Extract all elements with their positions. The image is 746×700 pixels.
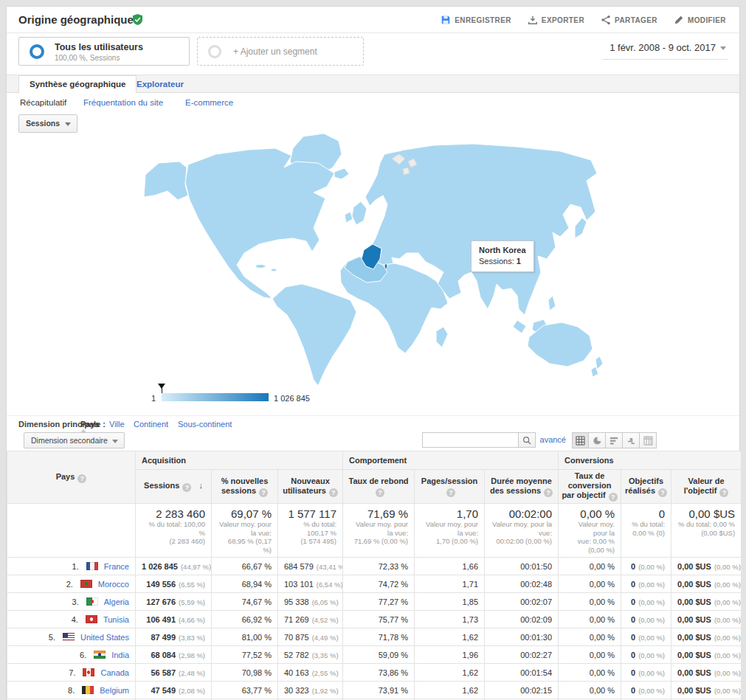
column-header[interactable]: Objectifs réalisés [621, 470, 671, 504]
summary-subtext: % du total: [627, 520, 665, 529]
column-header[interactable]: Nouveaux utilisateurs [278, 470, 343, 504]
search-button[interactable] [518, 432, 536, 448]
share-button[interactable]: PARTAGER [595, 12, 663, 28]
iceland-shape[interactable] [334, 168, 349, 179]
metric-cell: 56 587(2,48 %) [136, 664, 212, 682]
help-icon[interactable] [329, 488, 338, 497]
help-icon[interactable] [259, 488, 268, 497]
column-header[interactable]: % nouvelles sessions [212, 470, 278, 504]
current-segment-card[interactable]: Tous les utilisateurs 100,00 %, Sessions [18, 37, 190, 66]
pivot-view-icon[interactable] [640, 432, 657, 448]
japan-shape[interactable] [575, 218, 587, 238]
edit-button[interactable]: MODIFIER [668, 12, 732, 28]
sort-desc-icon[interactable]: ↓ [198, 481, 203, 490]
madagascar-shape[interactable] [436, 327, 448, 347]
alaska-shape[interactable] [144, 162, 188, 200]
caribbean-island[interactable] [271, 268, 277, 271]
search-input[interactable] [422, 432, 518, 448]
country-link[interactable]: India [111, 651, 129, 659]
data-table-wrap: PaysAcquisitionComportementConversionsSe… [7, 451, 741, 700]
summary-subtext: 00:02:00 (0,00 %) [491, 537, 552, 546]
date-range-selector[interactable]: 1 févr. 2008 - 9 oct. 2017 [602, 39, 728, 60]
secondary-dimension-button[interactable]: Dimension secondaire [24, 432, 125, 448]
help-icon[interactable] [544, 488, 553, 497]
metric-percent: (0,00 %) [638, 616, 665, 624]
tab-synthese-geographique[interactable]: Synthèse géographique [18, 75, 137, 93]
country-link[interactable]: France [104, 562, 129, 571]
metric-cell: 00:02:07 [485, 593, 559, 611]
table-controls: Dimension secondaire avancé [7, 432, 739, 451]
metric-percent: (2,48 %) [179, 669, 205, 677]
metric-percent: (0,00 %) [638, 563, 665, 571]
help-icon[interactable] [609, 493, 618, 502]
metric-value: 00:02:27 [520, 651, 552, 659]
add-segment-card[interactable]: + Ajouter un segment [197, 37, 364, 66]
column-header[interactable]: Durée moyenne des sessions [485, 470, 559, 504]
help-icon[interactable] [77, 474, 86, 483]
table-view-icon[interactable] [572, 432, 589, 448]
tab-explorateur[interactable]: Explorateur [137, 80, 184, 89]
column-header[interactable]: Pages/session [415, 470, 485, 504]
metric-cell: 71,78 % [343, 628, 415, 646]
metric-cell: 149 556(6,55 %) [136, 575, 212, 593]
pie-view-icon[interactable] [589, 432, 606, 448]
metric-percent: (0,00 %) [638, 598, 665, 606]
comparison-view-icon[interactable] [623, 432, 640, 448]
segment-toolbar: Tous les utilisateurs 100,00 %, Sessions… [7, 33, 739, 72]
geo-map[interactable]: North Korea Sessions: 1 1 1 026 845 [7, 132, 739, 415]
column-header-pays[interactable]: Pays [7, 451, 136, 504]
help-icon[interactable] [446, 488, 455, 497]
row-rank: 1. [57, 562, 79, 571]
metric-cell: 0,00 % [559, 682, 621, 699]
philippines-shape[interactable] [548, 296, 556, 311]
metric-cell: 0,00 % [559, 664, 621, 682]
subtab-frequentation[interactable]: Fréquentation du site [83, 98, 163, 107]
united-kingdom-shape[interactable] [352, 201, 367, 225]
help-icon[interactable] [376, 488, 384, 497]
subtab-ecommerce[interactable]: E-commerce [185, 98, 233, 107]
metric-cell: 77,52 % [212, 646, 278, 664]
metric-cell: 0(0,00 %) [621, 628, 671, 646]
world-map-svg[interactable] [7, 132, 739, 415]
country-link[interactable]: Canada [100, 668, 129, 677]
help-icon[interactable] [719, 488, 728, 497]
sumatra-shape[interactable] [513, 320, 526, 333]
column-header[interactable]: Taux de conversion par objectif [559, 470, 621, 504]
subtab-recapitulatif[interactable]: Récapitulatif [20, 98, 66, 107]
column-header[interactable]: Sessions↓ [136, 470, 212, 504]
ireland-shape[interactable] [345, 212, 353, 223]
dimension-pays[interactable]: Pays [80, 420, 100, 429]
metric-cell: 0,00 $US(0,00 %) [671, 611, 742, 628]
north-america-shape[interactable] [185, 148, 334, 299]
summary-value: 71,69 % [349, 507, 408, 520]
dimension-continent[interactable]: Continent [134, 420, 168, 429]
dimension-ville[interactable]: Ville [109, 420, 125, 429]
metric-percent: (0,00 %) [714, 669, 741, 677]
caribbean-island[interactable] [255, 265, 266, 268]
table-header: PaysAcquisitionComportementConversionsSe… [7, 451, 742, 504]
svalbard-shape[interactable] [403, 167, 410, 175]
advanced-filter-link[interactable]: avancé [540, 435, 566, 444]
export-button[interactable]: EXPORTER [522, 12, 590, 28]
save-button[interactable]: ENREGISTRER [435, 12, 517, 28]
country-link[interactable]: Morocco [98, 580, 129, 589]
country-cell: 8.Belgium [7, 682, 136, 699]
country-link[interactable]: United States [80, 633, 129, 642]
row-rank: 7. [53, 668, 75, 677]
south-america-shape[interactable] [272, 284, 356, 386]
performance-view-icon[interactable] [606, 432, 623, 448]
metric-percent: (4,49 %) [312, 634, 339, 642]
summary-value: 1,70 [421, 507, 478, 520]
new-zealand-shape[interactable] [595, 356, 603, 370]
help-icon[interactable] [658, 488, 667, 497]
dimension-sous-continent[interactable]: Sous-continent [178, 420, 232, 429]
map-metric-dropdown[interactable]: Sessions [18, 114, 77, 133]
corsica-shape[interactable] [384, 264, 387, 269]
column-header[interactable]: Valeur de l'objectif [671, 470, 742, 504]
country-link[interactable]: Tunisia [103, 615, 129, 624]
summary-cell: 1,70Valeur moy. pour la vue:1,70 (0,00 %… [415, 504, 485, 558]
help-icon[interactable] [182, 483, 191, 492]
column-header[interactable]: Taux de rebond [343, 470, 415, 504]
country-link[interactable]: Belgium [100, 686, 129, 695]
country-link[interactable]: Algeria [104, 597, 129, 606]
